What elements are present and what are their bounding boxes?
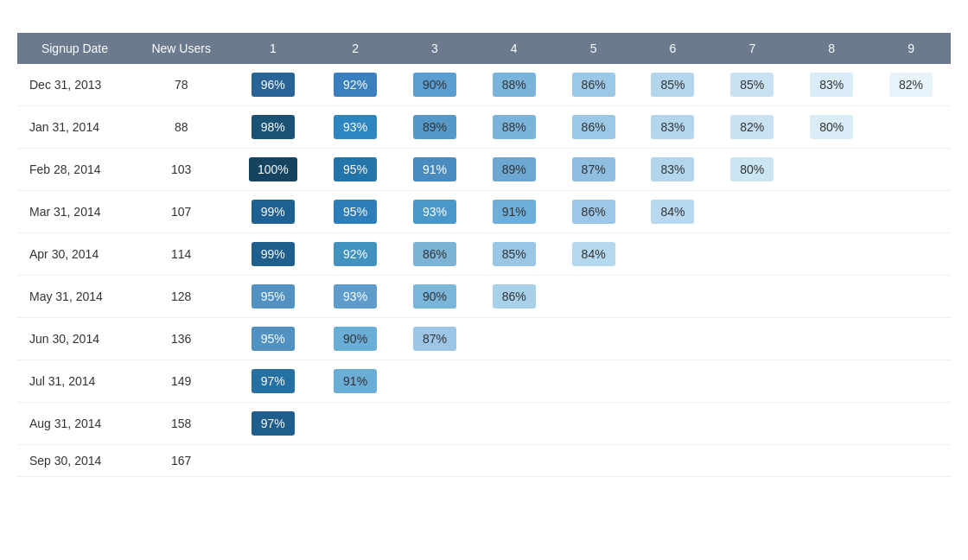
cell-period-9 bbox=[871, 276, 951, 318]
cell-value: 83% bbox=[810, 73, 853, 97]
cell-date: Jan 31, 2014 bbox=[17, 106, 132, 149]
cell-value: 86% bbox=[572, 200, 615, 224]
cell-value: 80% bbox=[810, 115, 853, 139]
cell-period-9 bbox=[871, 318, 951, 360]
cell-period-1 bbox=[230, 445, 315, 477]
cell-value: 90% bbox=[334, 327, 377, 351]
cell-value: 89% bbox=[413, 115, 456, 139]
cell-period-1: 100% bbox=[230, 149, 315, 191]
cell-date: Jul 31, 2014 bbox=[17, 360, 132, 403]
cell-value: 86% bbox=[572, 73, 615, 97]
cell-date: Dec 31, 2013 bbox=[17, 64, 132, 106]
cell-value: 84% bbox=[651, 200, 694, 224]
cell-value: 90% bbox=[413, 284, 456, 309]
header-period-6: 6 bbox=[634, 33, 713, 64]
cell-users: 114 bbox=[132, 233, 231, 276]
cell-value: 88% bbox=[493, 115, 536, 139]
cell-period-4 bbox=[474, 360, 554, 403]
header-period-7: 7 bbox=[712, 33, 792, 64]
cell-period-8: 83% bbox=[792, 64, 871, 106]
cell-value: 83% bbox=[651, 157, 694, 181]
cell-period-5: 86% bbox=[554, 106, 634, 149]
cell-value: 83% bbox=[651, 115, 694, 139]
cell-period-9 bbox=[871, 403, 951, 445]
table-row: Feb 28, 2014103100%95%91%89%87%83%80% bbox=[17, 149, 951, 191]
cell-value: 82% bbox=[889, 73, 933, 97]
cell-value: 99% bbox=[252, 200, 295, 224]
cell-period-9 bbox=[871, 360, 951, 403]
cell-users: 128 bbox=[132, 276, 231, 318]
cell-period-1: 95% bbox=[230, 318, 315, 360]
cell-period-1: 96% bbox=[230, 64, 315, 106]
cell-period-2: 95% bbox=[315, 191, 395, 233]
cell-period-3 bbox=[395, 360, 474, 403]
cell-period-8 bbox=[792, 445, 871, 477]
cell-value: 98% bbox=[252, 115, 295, 139]
cell-value: 93% bbox=[334, 115, 377, 139]
cell-period-7 bbox=[712, 233, 792, 276]
cell-value: 95% bbox=[334, 200, 377, 224]
cell-date: Aug 31, 2014 bbox=[17, 403, 132, 445]
cell-period-8 bbox=[792, 318, 871, 360]
cell-period-5: 86% bbox=[554, 64, 634, 106]
cell-value: 93% bbox=[334, 284, 377, 309]
cell-period-8 bbox=[792, 276, 871, 318]
cell-period-7 bbox=[712, 191, 792, 233]
cell-date: Jun 30, 2014 bbox=[17, 318, 132, 360]
cell-period-8: 80% bbox=[792, 106, 871, 149]
cell-period-1: 97% bbox=[230, 403, 315, 445]
cell-value: 90% bbox=[413, 73, 456, 97]
header-period-9: 9 bbox=[871, 33, 951, 64]
cell-period-5 bbox=[554, 318, 634, 360]
header-signup-date: Signup Date bbox=[17, 33, 132, 64]
cell-date: Apr 30, 2014 bbox=[17, 233, 132, 276]
cell-period-8 bbox=[792, 149, 871, 191]
cell-period-3 bbox=[395, 403, 474, 445]
cell-period-7 bbox=[712, 403, 792, 445]
header-period-1: 1 bbox=[230, 33, 315, 64]
table-row: Jun 30, 201413695%90%87% bbox=[17, 318, 951, 360]
cell-period-7 bbox=[712, 276, 792, 318]
cell-value: 95% bbox=[334, 157, 377, 181]
cell-date: Sep 30, 2014 bbox=[17, 445, 132, 477]
cell-users: 103 bbox=[132, 149, 231, 191]
cell-value: 85% bbox=[651, 73, 694, 97]
cell-period-5: 87% bbox=[554, 149, 634, 191]
cell-value: 91% bbox=[334, 369, 377, 393]
cell-period-9: 82% bbox=[871, 64, 951, 106]
cell-value: 86% bbox=[493, 284, 536, 309]
cell-users: 167 bbox=[132, 445, 231, 477]
cell-period-4: 88% bbox=[474, 64, 554, 106]
cell-users: 149 bbox=[132, 360, 231, 403]
cell-period-3 bbox=[395, 445, 474, 477]
cell-period-5 bbox=[554, 276, 634, 318]
table-row: Dec 31, 20137896%92%90%88%86%85%85%83%82… bbox=[17, 64, 951, 106]
cell-date: Feb 28, 2014 bbox=[17, 149, 132, 191]
cell-users: 78 bbox=[132, 64, 231, 106]
cell-value: 97% bbox=[252, 411, 295, 436]
cell-period-6 bbox=[634, 360, 713, 403]
cell-value: 87% bbox=[572, 157, 615, 181]
cell-period-8 bbox=[792, 403, 871, 445]
cell-period-2 bbox=[315, 445, 395, 477]
cell-period-4: 88% bbox=[474, 106, 554, 149]
cell-period-3: 86% bbox=[395, 233, 474, 276]
cell-period-8 bbox=[792, 191, 871, 233]
cell-period-4 bbox=[474, 445, 554, 477]
cell-period-6: 83% bbox=[634, 149, 713, 191]
cell-users: 107 bbox=[132, 191, 231, 233]
cell-value: 91% bbox=[413, 157, 456, 181]
cell-value: 92% bbox=[334, 242, 377, 266]
cohort-table: Signup DateNew Users123456789 Dec 31, 20… bbox=[17, 33, 951, 477]
cell-value: 86% bbox=[572, 115, 615, 139]
cell-value: 91% bbox=[493, 200, 536, 224]
cell-users: 136 bbox=[132, 318, 231, 360]
cell-value: 99% bbox=[252, 242, 295, 266]
cell-value: 92% bbox=[334, 73, 377, 97]
cell-period-9 bbox=[871, 149, 951, 191]
cell-value: 85% bbox=[493, 242, 536, 266]
cell-period-8 bbox=[792, 233, 871, 276]
cell-period-5: 86% bbox=[554, 191, 634, 233]
cell-period-9 bbox=[871, 233, 951, 276]
table-row: Sep 30, 2014167 bbox=[17, 445, 951, 477]
